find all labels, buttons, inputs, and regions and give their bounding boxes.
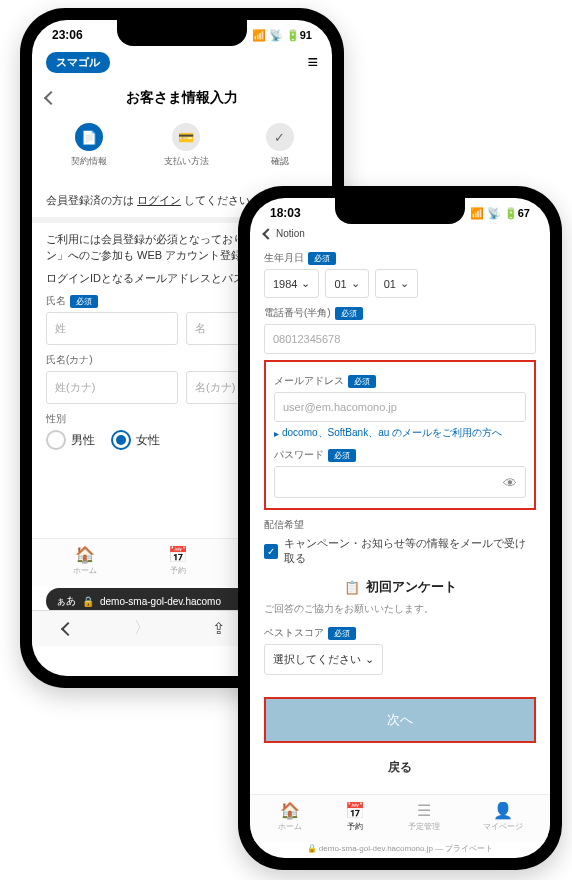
select-year[interactable]: 1984⌄ — [264, 269, 319, 298]
label-deliver: 配信希望 — [264, 518, 536, 532]
home-icon: 🏠 — [280, 801, 300, 820]
calendar-icon: 📅 — [168, 545, 188, 564]
calendar-icon: 📅 — [345, 801, 365, 820]
login-link[interactable]: ログイン — [137, 194, 181, 206]
battery-icon: 🔋67 — [504, 207, 530, 220]
radio-female[interactable]: 女性 — [111, 430, 160, 450]
label-email: メールアドレス必須 — [274, 374, 526, 388]
input-last-kana[interactable]: 姓(カナ) — [46, 371, 178, 404]
carrier-link[interactable]: ▸docomo、SoftBank、au のメールをご利用の方へ — [274, 426, 526, 440]
label-best-score: ベストスコア必須 — [264, 626, 536, 640]
stepper: 📄 契約情報 💳 支払い方法 ✓ 確認 — [32, 117, 332, 178]
step-confirm: ✓ 確認 — [266, 123, 294, 168]
radio-male[interactable]: 男性 — [46, 430, 95, 450]
status-icons: 📶 📡 🔋91 — [252, 29, 312, 42]
label-password: パスワード必須 — [274, 448, 526, 462]
phone-right: 18:03 📶 📡 🔋67 Notion 生年月日必須 1984⌄ 01⌄ 01… — [238, 186, 562, 870]
notch — [117, 20, 247, 46]
toolbar-share[interactable]: ⇪ — [212, 619, 225, 638]
breadcrumb[interactable]: Notion — [250, 224, 550, 241]
address-text: demo-sma-gol-dev.hacomo — [100, 596, 221, 607]
select-day[interactable]: 01⌄ — [375, 269, 418, 298]
back-button[interactable] — [46, 90, 66, 106]
nav-home[interactable]: 🏠ホーム — [73, 545, 97, 576]
content: 生年月日必須 1984⌄ 01⌄ 01⌄ 電話番号(半角)必須 08012345… — [250, 241, 550, 794]
brand-logo: スマゴル — [46, 52, 110, 73]
keyboard-hint: ぁあ — [56, 594, 76, 608]
screen-right: 18:03 📶 📡 🔋67 Notion 生年月日必須 1984⌄ 01⌄ 01… — [250, 198, 550, 858]
input-email[interactable]: user@em.hacomono.jp — [274, 392, 526, 422]
chevron-down-icon: ⌄ — [301, 277, 310, 290]
label-tel: 電話番号(半角)必須 — [264, 306, 536, 320]
menu-icon[interactable]: ≡ — [307, 52, 318, 73]
home-icon: 🏠 — [75, 545, 95, 564]
notch — [335, 198, 465, 224]
brand-bar: スマゴル ≡ — [32, 46, 332, 79]
bottom-nav: 🏠ホーム 📅予約 ☰予定管理 👤マイページ — [250, 794, 550, 842]
check-icon: ✓ — [266, 123, 294, 151]
nav-reserve[interactable]: 📅予約 — [168, 545, 188, 576]
input-password[interactable]: 👁 — [274, 466, 526, 498]
back-button[interactable]: 戻る — [264, 749, 536, 786]
survey-note: ご回答のご協力をお願いいたします。 — [264, 602, 536, 616]
next-button[interactable]: 次へ — [266, 699, 534, 741]
survey-title: 📋 初回アンケート — [264, 578, 536, 596]
signal-icon: 📶 — [252, 29, 266, 42]
status-time: 23:06 — [52, 28, 83, 42]
card-icon: 💳 — [172, 123, 200, 151]
marketing-checkbox[interactable]: ✓ キャンペーン・お知らせ等の情報をメールで受け取る — [264, 536, 536, 566]
status-time: 18:03 — [270, 206, 301, 220]
eye-off-icon[interactable]: 👁 — [503, 475, 517, 491]
checkbox-icon: ✓ — [264, 544, 278, 559]
nav-mypage[interactable]: 👤マイページ — [483, 801, 523, 832]
select-month[interactable]: 01⌄ — [325, 269, 368, 298]
address-line: 🔒 demo-sma-gol-dev.hacomono.jp — プライベート — [250, 843, 550, 854]
wifi-icon: 📡 — [269, 29, 283, 42]
wifi-icon: 📡 — [487, 207, 501, 220]
toolbar-forward[interactable]: 〉 — [134, 618, 150, 639]
chevron-down-icon: ⌄ — [351, 277, 360, 290]
user-icon: 👤 — [493, 801, 513, 820]
lock-icon: 🔒 — [82, 596, 94, 607]
clipboard-icon: 📋 — [344, 580, 360, 595]
nav-home[interactable]: 🏠ホーム — [278, 801, 302, 832]
step-label: 契約情報 — [71, 155, 107, 168]
select-best-score[interactable]: 選択してください⌄ — [264, 644, 383, 675]
highlighted-section: メールアドレス必須 user@em.hacomono.jp ▸docomo、So… — [264, 360, 536, 510]
chevron-down-icon: ⌄ — [365, 653, 374, 666]
step-label: 支払い方法 — [164, 155, 209, 168]
label-birth: 生年月日必須 — [264, 251, 536, 265]
lock-icon: 🔒 — [307, 844, 317, 853]
page-title: お客さま情報入力 — [66, 89, 298, 107]
input-last-name[interactable]: 姓 — [46, 312, 178, 345]
step-label: 確認 — [271, 155, 289, 168]
signal-icon: 📶 — [470, 207, 484, 220]
title-bar: お客さま情報入力 — [32, 79, 332, 117]
nav-reserve[interactable]: 📅予約 — [345, 801, 365, 832]
status-icons: 📶 📡 🔋67 — [470, 207, 530, 220]
nav-manage[interactable]: ☰予定管理 — [408, 801, 440, 832]
step-payment: 💳 支払い方法 — [164, 123, 209, 168]
battery-icon: 🔋91 — [286, 29, 312, 42]
input-tel[interactable]: 08012345678 — [264, 324, 536, 354]
step-contract: 📄 契約情報 — [71, 123, 107, 168]
highlighted-next: 次へ — [264, 697, 536, 743]
toolbar-back[interactable] — [63, 620, 73, 638]
copy-icon: 📄 — [75, 123, 103, 151]
list-icon: ☰ — [417, 801, 431, 820]
chevron-down-icon: ⌄ — [400, 277, 409, 290]
